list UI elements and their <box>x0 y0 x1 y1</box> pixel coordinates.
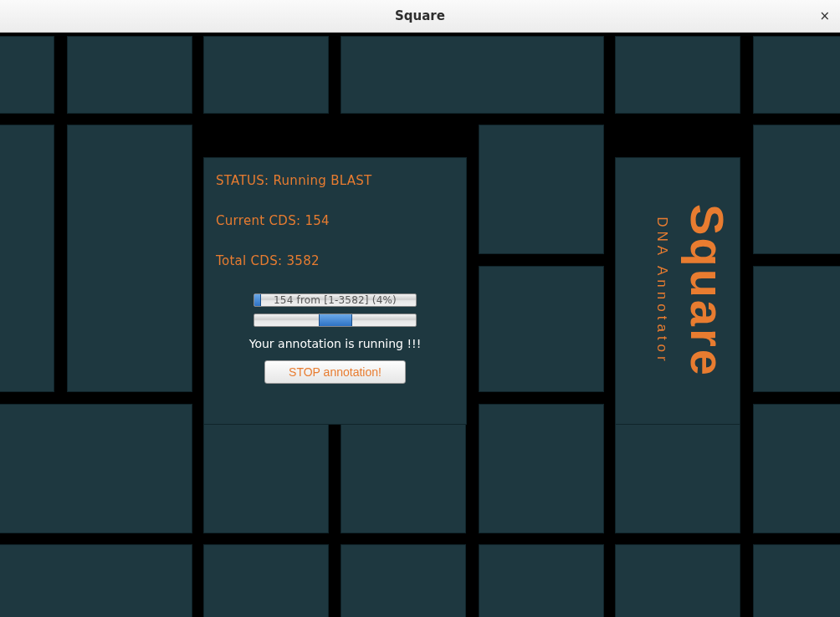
bg-tile <box>203 544 329 617</box>
bg-tile <box>753 266 840 392</box>
status-label: STATUS: <box>216 173 269 188</box>
bg-tile <box>0 404 192 533</box>
bg-tile <box>615 544 740 617</box>
app-canvas: STATUS: Running BLAST Current CDS: 154 T… <box>0 33 840 617</box>
bg-tile <box>615 36 740 114</box>
titlebar: Square × <box>0 0 840 33</box>
total-cds-label: Total CDS: <box>216 253 282 268</box>
bg-tile <box>479 266 604 392</box>
progress-text: 154 from [1-3582] (4%) <box>254 294 416 306</box>
bg-tile <box>67 36 192 114</box>
bg-tile <box>753 125 840 254</box>
status-value: Running BLAST <box>274 173 372 188</box>
logo-panel: Square DNA Annotator <box>615 157 740 425</box>
progress-bounce <box>319 314 352 326</box>
bg-tile <box>0 125 54 392</box>
status-panel: STATUS: Running BLAST Current CDS: 154 T… <box>203 157 467 425</box>
bg-tile <box>753 544 840 617</box>
running-message: Your annotation is running !!! <box>249 337 422 350</box>
bg-tile <box>341 36 604 114</box>
progress-bar-determinate: 154 from [1-3582] (4%) <box>254 293 417 307</box>
stop-annotation-button[interactable]: STOP annotation! <box>264 360 406 384</box>
bg-tile <box>753 404 840 533</box>
bg-tile <box>479 125 604 254</box>
square-logo-icon: Square DNA Annotator <box>627 166 728 416</box>
bg-tile <box>753 36 840 114</box>
bg-tile <box>0 36 54 114</box>
status-line: STATUS: Running BLAST <box>216 173 454 188</box>
total-cds-value: 3582 <box>286 253 319 268</box>
progress-bar-indeterminate <box>254 314 417 327</box>
current-cds-label: Current CDS: <box>216 213 300 228</box>
window-title: Square <box>395 8 445 23</box>
bg-tile <box>341 544 466 617</box>
svg-text:Square: Square <box>681 204 728 378</box>
bg-tile <box>0 544 192 617</box>
bg-tile <box>479 404 604 533</box>
svg-text:DNA Annotator: DNA Annotator <box>654 217 670 365</box>
bg-tile <box>203 36 329 114</box>
bg-tile <box>67 125 192 392</box>
total-cds-line: Total CDS: 3582 <box>216 253 454 268</box>
current-cds-value: 154 <box>305 213 330 228</box>
bg-tile <box>479 544 604 617</box>
progress-section: 154 from [1-3582] (4%) Your annotation i… <box>216 293 454 384</box>
current-cds-line: Current CDS: 154 <box>216 213 454 228</box>
close-icon[interactable]: × <box>819 8 830 23</box>
